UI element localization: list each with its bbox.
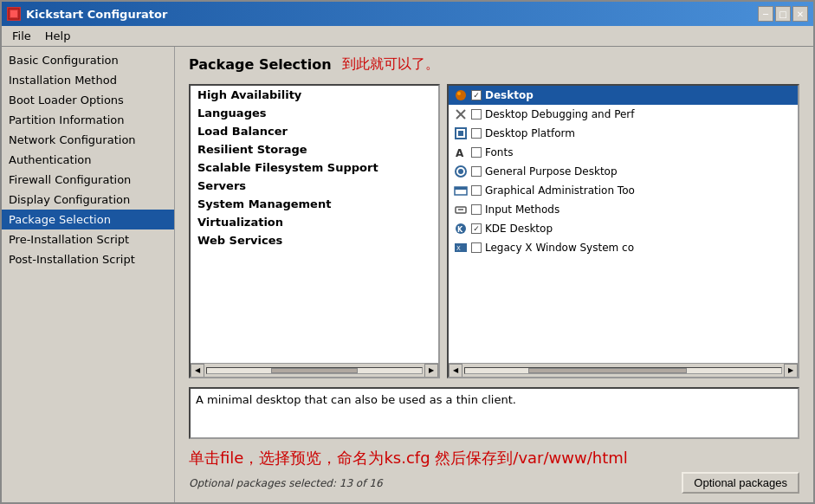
input-icon xyxy=(454,203,468,216)
title-bar-left: Kickstart Configurator xyxy=(7,7,167,21)
window-controls: ─ □ ✕ xyxy=(758,6,808,22)
app-icon xyxy=(7,7,21,21)
sidebar-item-authentication[interactable]: Authentication xyxy=(2,150,174,170)
right-scrollbar-h[interactable]: ◀ ▶ xyxy=(449,363,798,377)
left-scrollbar-h[interactable]: ◀ ▶ xyxy=(191,363,438,377)
scroll-thumb-right xyxy=(528,368,687,373)
checkbox-kde[interactable]: ✓ xyxy=(471,223,482,234)
fonts-icon: A xyxy=(454,145,468,159)
footprint-icon xyxy=(454,88,468,102)
list-item-label: Input Methods xyxy=(485,204,560,216)
window-title: Kickstart Configurator xyxy=(26,8,167,21)
svg-text:A: A xyxy=(456,147,464,159)
list-item[interactable]: Desktop Debugging and Perf xyxy=(449,105,798,124)
main-window: Kickstart Configurator ─ □ ✕ File Help B… xyxy=(0,0,815,504)
kde-icon: K xyxy=(454,222,468,236)
list-item-label: Desktop Platform xyxy=(485,127,575,139)
menu-help[interactable]: Help xyxy=(38,28,78,44)
scroll-thumb-left xyxy=(271,368,357,373)
svg-point-3 xyxy=(457,92,461,95)
sidebar-item-network-config[interactable]: Network Configuration xyxy=(2,130,174,150)
list-item-label: Desktop xyxy=(485,89,534,101)
scroll-left-btn2[interactable]: ◀ xyxy=(449,364,462,378)
list-item-label: Fonts xyxy=(485,146,513,158)
page-title: Package Selection xyxy=(189,56,332,73)
list-item[interactable]: Languages xyxy=(191,104,438,122)
sidebar-item-boot-loader[interactable]: Boot Loader Options xyxy=(2,90,174,110)
list-item-label: Legacy X Window System co xyxy=(485,242,634,254)
list-item[interactable]: Scalable Filesystem Support xyxy=(191,158,438,177)
list-item[interactable]: High Availability xyxy=(191,86,438,104)
close-button[interactable]: ✕ xyxy=(792,6,808,22)
list-item[interactable]: Web Services xyxy=(191,231,438,249)
menu-file[interactable]: File xyxy=(5,28,38,44)
main-content: Package Selection 到此就可以了。 High Availabil… xyxy=(175,47,813,502)
sidebar-item-package-selection[interactable]: Package Selection xyxy=(2,210,174,229)
graphical-icon xyxy=(454,184,468,197)
list-item[interactable]: Load Balancer xyxy=(191,122,438,140)
svg-rect-12 xyxy=(455,187,467,190)
checkbox-graphical[interactable] xyxy=(471,185,482,196)
checkbox-debugging[interactable] xyxy=(471,109,482,120)
sidebar-item-firewall-config[interactable]: Firewall Configuration xyxy=(2,170,174,190)
svg-text:K: K xyxy=(457,226,463,234)
maximize-button[interactable]: □ xyxy=(775,6,791,22)
optional-packages-button[interactable]: Optional packages xyxy=(682,472,799,494)
minimize-button[interactable]: ─ xyxy=(758,6,773,22)
list-item[interactable]: Virtualization xyxy=(191,213,438,231)
list-item-label: General Purpose Desktop xyxy=(485,165,618,178)
list-item[interactable]: Servers xyxy=(191,177,438,195)
sidebar-item-display-config[interactable]: Display Configuration xyxy=(2,190,174,210)
scroll-left-btn[interactable]: ◀ xyxy=(191,364,204,378)
checkbox-legacy[interactable] xyxy=(471,242,482,253)
list-item-label: Desktop Debugging and Perf xyxy=(485,108,635,120)
svg-point-2 xyxy=(456,90,466,100)
checkbox-general[interactable] xyxy=(471,166,482,177)
scroll-track-right[interactable] xyxy=(464,367,782,374)
title-bar: Kickstart Configurator ─ □ ✕ xyxy=(2,2,813,26)
list-item[interactable]: K ✓ KDE Desktop xyxy=(449,219,798,238)
list-item[interactable]: Graphical Administration Too xyxy=(449,181,798,200)
checkbox-input[interactable] xyxy=(471,204,482,215)
tool-icon xyxy=(454,107,468,121)
svg-text:X: X xyxy=(456,245,461,252)
list-item-label: Graphical Administration Too xyxy=(485,184,635,197)
list-item[interactable]: General Purpose Desktop xyxy=(449,162,798,181)
description-text: A minimal desktop that can also be used … xyxy=(196,393,516,406)
sidebar-item-partition-info[interactable]: Partition Information xyxy=(2,110,174,130)
package-panels: High Availability Languages Load Balance… xyxy=(189,84,799,378)
left-package-list[interactable]: High Availability Languages Load Balance… xyxy=(191,86,438,363)
list-item[interactable]: Resilient Storage xyxy=(191,140,438,158)
right-package-list[interactable]: ✓ Desktop Desktop Debugging and Perf xyxy=(449,86,798,363)
content-area: Basic Configuration Installation Method … xyxy=(2,47,813,502)
page-annotation: 到此就可以了。 xyxy=(342,55,439,74)
bottom-row: Optional packages selected: 13 of 16 Opt… xyxy=(189,472,799,494)
sidebar-item-post-install[interactable]: Post-Installation Script xyxy=(2,249,174,269)
list-item[interactable]: A Fonts xyxy=(449,143,798,162)
list-item[interactable]: ✓ Desktop xyxy=(449,86,798,105)
sidebar-item-installation-method[interactable]: Installation Method xyxy=(2,70,174,90)
scroll-track-left[interactable] xyxy=(206,367,423,374)
platform-icon xyxy=(454,126,468,140)
description-box: A minimal desktop that can also be used … xyxy=(189,387,799,439)
scroll-right-btn2[interactable]: ▶ xyxy=(784,364,798,378)
list-item[interactable]: System Management xyxy=(191,195,438,213)
checkbox-platform[interactable] xyxy=(471,128,482,139)
page-header: Package Selection 到此就可以了。 xyxy=(189,55,799,74)
legacy-icon: X xyxy=(454,241,468,255)
list-item[interactable]: Desktop Platform xyxy=(449,124,798,143)
svg-rect-7 xyxy=(458,131,463,136)
sidebar-item-pre-install[interactable]: Pre-Installation Script xyxy=(2,229,174,249)
scroll-right-btn[interactable]: ▶ xyxy=(424,364,438,378)
sidebar-item-basic-config[interactable]: Basic Configuration xyxy=(2,50,174,70)
general-icon xyxy=(454,165,468,178)
menu-bar: File Help xyxy=(2,26,813,47)
svg-point-10 xyxy=(458,169,463,174)
list-item[interactable]: X Legacy X Window System co xyxy=(449,238,798,257)
annotation-text: 单击file，选择预览，命名为ks.cfg 然后保存到/var/www/html xyxy=(189,448,799,468)
checkbox-desktop[interactable]: ✓ xyxy=(471,90,482,100)
svg-rect-1 xyxy=(10,10,17,17)
optional-count: Optional packages selected: 13 of 16 xyxy=(189,477,383,489)
checkbox-fonts[interactable] xyxy=(471,147,482,158)
list-item[interactable]: Input Methods xyxy=(449,200,798,219)
